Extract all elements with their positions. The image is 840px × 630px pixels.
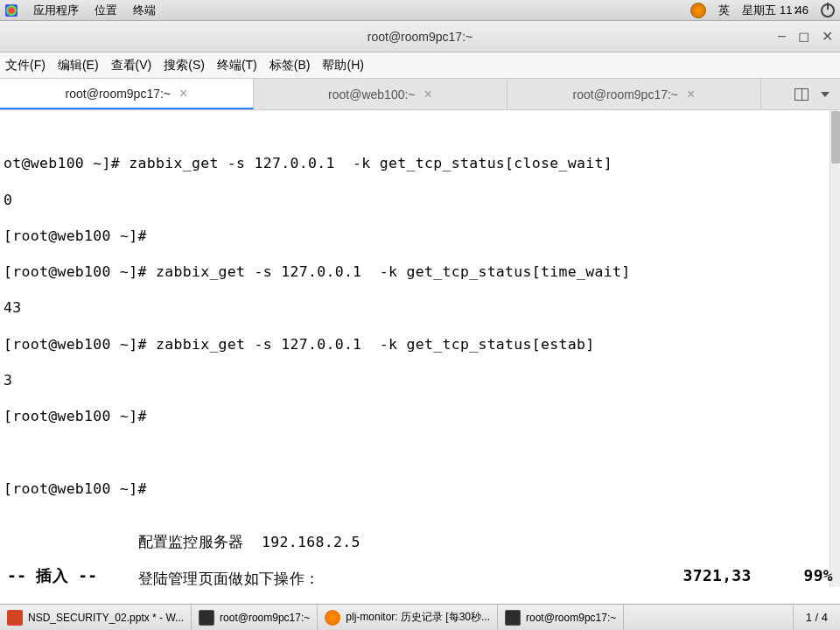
menu-file[interactable]: 文件(F) [5,58,46,74]
term-line: [root@web100 ~]# zabbix_get -s 127.0.0.1… [4,336,836,354]
term-line: [root@web100 ~]# zabbix_get -s 127.0.0.1… [4,263,836,282]
task-label: plj-monitor: 历史记录 [每30秒... [346,610,490,625]
term-line: 0 [4,192,836,210]
vim-mode: -- 插入 -- [7,566,97,586]
firefox-icon [325,610,340,626]
menu-terminal-item[interactable]: 终端(T) [217,58,257,74]
menu-search[interactable]: 搜索(S) [164,58,205,74]
tab-close-icon[interactable]: × [179,86,187,102]
tab-2[interactable]: root@room9pc17:~ × [508,79,761,109]
workspace-pager[interactable]: 1 / 4 [793,605,840,630]
menu-places[interactable]: 位置 [94,3,117,18]
ime-lang[interactable]: 英 [718,3,730,18]
vim-status-line: -- 插入 -- 3721,33 99% [0,564,840,588]
tab-bar: root@room9pc17:~ × root@web100:~ × root@… [0,79,840,110]
term-line: 3 [4,372,836,390]
tab-label: root@web100:~ [328,88,415,102]
term-line: [root@web100 ~]# [4,480,836,499]
maximize-button[interactable]: ◻ [798,28,809,45]
taskbar-item[interactable]: root@room9pc17:~ [498,605,624,630]
powerpoint-icon [7,610,23,626]
app-logo-icon [5,4,18,17]
window-titlebar[interactable]: root@room9pc17:~ – ◻ ✕ [0,21,840,52]
tab-1[interactable]: root@web100:~ × [254,79,508,109]
terminal-body[interactable]: ot@web100 ~]# zabbix_get -s 127.0.0.1 -k… [0,110,840,587]
terminal-icon [199,610,214,626]
task-label: root@room9pc17:~ [526,612,616,624]
close-button[interactable]: ✕ [822,28,833,45]
taskbar-item[interactable]: root@room9pc17:~ [192,605,318,630]
term-line: [root@web100 ~]# [4,228,836,246]
tab-label: root@room9pc17:~ [66,87,171,101]
taskbar-item[interactable]: NSD_SECURITY_02.pptx * - W... [0,605,192,630]
vim-percent: 99% [804,566,833,586]
vim-position: 3721,33 [683,566,752,586]
tab-close-icon[interactable]: × [424,87,432,102]
term-line: 43 [4,299,836,318]
menu-view[interactable]: 查看(V) [111,58,152,74]
system-top-bar: 应用程序 位置 终端 英 星期五 11∶46 [0,0,840,21]
scrollbar[interactable] [830,110,840,587]
tab-label: root@room9pc17:~ [573,88,678,102]
scrollbar-thumb[interactable] [831,111,840,164]
chevron-down-icon[interactable] [821,92,830,97]
minimize-button[interactable]: – [778,28,786,45]
tab-0[interactable]: root@room9pc17:~ × [0,79,254,109]
taskbar: NSD_SECURITY_02.pptx * - W... root@room9… [0,604,840,630]
term-line: ot@web100 ~]# zabbix_get -s 127.0.0.1 -k… [4,155,836,173]
tab-close-icon[interactable]: × [687,87,695,102]
menu-applications[interactable]: 应用程序 [33,3,79,18]
menu-help[interactable]: 帮助(H) [322,58,363,74]
task-label: NSD_SECURITY_02.pptx * - W... [28,612,184,624]
menu-tabs[interactable]: 标签(B) [270,58,311,74]
term-line: 配置监控服务器 192.168.2.5 [4,534,836,552]
clock[interactable]: 星期五 11∶46 [742,3,808,18]
menu-edit[interactable]: 编辑(E) [58,58,99,74]
taskbar-item[interactable]: plj-monitor: 历史记录 [每30秒... [318,605,498,630]
menu-bar: 文件(F) 编辑(E) 查看(V) 搜索(S) 终端(T) 标签(B) 帮助(H… [0,52,840,79]
split-terminal-icon[interactable] [794,88,808,101]
task-label: root@room9pc17:~ [220,612,310,624]
ime-indicator-icon[interactable] [690,3,706,18]
terminal-icon [505,610,521,626]
window-title: root@room9pc17:~ [368,30,472,44]
power-icon[interactable] [821,4,835,18]
menu-terminal[interactable]: 终端 [133,3,156,18]
term-line: [root@web100 ~]# [4,408,836,426]
